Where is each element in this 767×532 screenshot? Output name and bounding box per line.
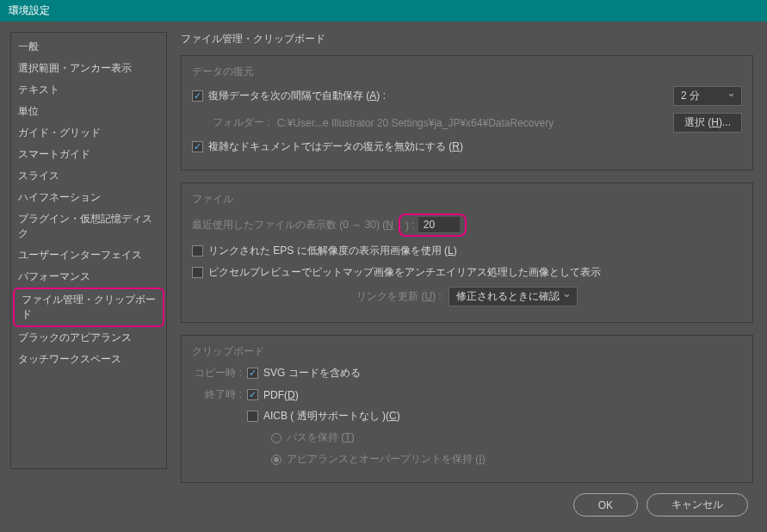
folder-label: フォルダー : <box>213 115 270 130</box>
update-links-select[interactable]: 修正されるときに確認 <box>448 287 578 306</box>
recent-files-label: 最近使用したファイルの表示数 (0 ～ 30) (N <box>192 218 393 232</box>
pdf-label: PDF(D) <box>263 389 299 401</box>
sidebar-item-file-clipboard[interactable]: ファイル管理・クリップボード <box>13 288 164 327</box>
sidebar-item-general[interactable]: 一般 <box>11 36 166 58</box>
pdf-checkbox[interactable] <box>247 389 258 400</box>
pixel-antialias-checkbox[interactable] <box>192 267 203 278</box>
recent-files-highlight: ) : <box>399 213 467 237</box>
update-links-label: リンクを更新 (U) : <box>356 289 442 304</box>
cancel-button[interactable]: キャンセル <box>646 493 748 517</box>
aicb-checkbox[interactable] <box>247 411 258 422</box>
sidebar-item-performance[interactable]: パフォーマンス <box>11 266 166 288</box>
autosave-label: 復帰データを次の間隔で自動保存 (A) : <box>208 89 386 103</box>
sidebar-item-text[interactable]: テキスト <box>11 79 166 101</box>
panel-heading: ファイル管理・クリップボード <box>181 32 753 46</box>
disable-complex-label: 複雑なドキュメントではデータの復元を無効にする (R) <box>208 139 463 154</box>
sidebar-item-slices[interactable]: スライス <box>11 165 166 187</box>
group-label-clipboard: クリップボード <box>192 344 742 359</box>
recent-files-input[interactable] <box>418 217 460 233</box>
dialog-footer: OK キャンセル <box>573 493 748 517</box>
group-data-recovery: データの復元 復帰データを次の間隔で自動保存 (A) : 2 分 フォルダー :… <box>181 55 753 170</box>
group-file: ファイル 最近使用したファイルの表示数 (0 ～ 30) (N ) : リンクさ… <box>181 182 753 323</box>
sidebar-item-touch-workspace[interactable]: タッチワークスペース <box>11 349 166 370</box>
sidebar-item-selection[interactable]: 選択範囲・アンカー表示 <box>11 58 166 79</box>
group-label-file: ファイル <box>192 192 742 207</box>
autosave-interval-select[interactable]: 2 分 <box>673 86 742 106</box>
group-clipboard: クリップボード コピー時 : SVG コードを含める 終了時 : PDF(D) … <box>181 335 753 483</box>
svg-label: SVG コードを含める <box>263 366 361 380</box>
autosave-checkbox[interactable] <box>192 90 203 102</box>
eps-lowres-label: リンクされた EPS に低解像度の表示用画像を使用 (L) <box>208 244 457 258</box>
preserve-path-radio[interactable] <box>271 433 281 443</box>
sidebar-item-guides-grid[interactable]: ガイド・グリッド <box>11 122 166 144</box>
svg-checkbox[interactable] <box>247 368 258 379</box>
pixel-antialias-label: ピクセルプレビューでビットマップ画像をアンチエイリアス処理した画像として表示 <box>208 265 601 280</box>
disable-complex-checkbox[interactable] <box>192 141 203 152</box>
folder-path: C:¥User...e Illustrator 20 Settings¥ja_J… <box>277 117 554 129</box>
preserve-appearance-label: アピアランスとオーバープリントを保持 (I) <box>287 452 486 467</box>
copy-label: コピー時 : <box>192 366 242 380</box>
aicb-label: AICB ( 透明サポートなし )(C) <box>263 409 400 424</box>
sidebar-item-plugins-scratch[interactable]: プラグイン・仮想記憶ディスク <box>11 208 166 244</box>
dialog-title: 環境設定 <box>0 0 767 22</box>
category-sidebar: 一般 選択範囲・アンカー表示 テキスト 単位 ガイド・グリッド スマートガイド … <box>10 32 167 469</box>
sidebar-item-black-appearance[interactable]: ブラックのアピアランス <box>11 327 166 349</box>
choose-folder-button[interactable]: 選択 (H)... <box>673 113 742 133</box>
preserve-appearance-radio[interactable] <box>271 455 281 465</box>
sidebar-item-ui[interactable]: ユーザーインターフェイス <box>11 244 166 266</box>
preserve-path-label: パスを保持 (T) <box>287 430 355 445</box>
sidebar-item-hyphenation[interactable]: ハイフネーション <box>11 187 166 208</box>
sidebar-item-smart-guides[interactable]: スマートガイド <box>11 144 166 165</box>
ok-button[interactable]: OK <box>573 493 638 517</box>
eps-lowres-checkbox[interactable] <box>192 245 203 257</box>
group-label-data-recovery: データの復元 <box>192 65 742 79</box>
quit-label: 終了時 : <box>192 387 242 402</box>
sidebar-item-units[interactable]: 単位 <box>11 101 166 122</box>
